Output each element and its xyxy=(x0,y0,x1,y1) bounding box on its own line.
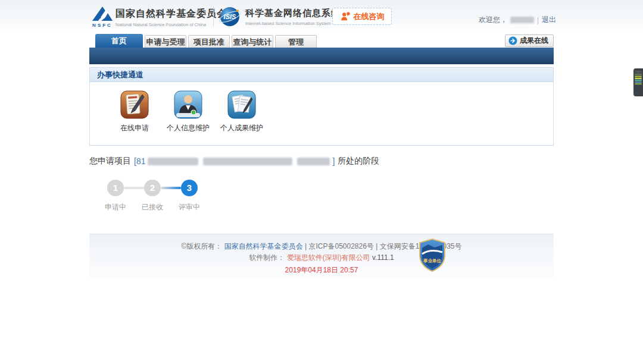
badge-label: 事业单位 xyxy=(423,258,442,263)
main-content: 办事快捷通道 xyxy=(89,67,554,216)
step-label-applying: 申请中 xyxy=(98,202,133,212)
footer-sep-2: | xyxy=(376,242,377,250)
header-divider xyxy=(213,7,214,26)
quick-access-body: 在线申请 个人信息维护 xyxy=(90,82,553,133)
footer-software-line: 软件制作： 爱瑞思软件(深圳)有限公司 v.111.1 xyxy=(89,252,554,263)
step-connector-2-3 xyxy=(161,187,181,189)
footer: ©版权所有： 国家自然科学基金委员会 | 京ICP备05002826号 | 文保… xyxy=(89,234,554,280)
nsfc-title: 国家自然科学基金委员会 xyxy=(116,8,227,20)
project-name-redacted xyxy=(203,158,292,165)
quick-item-online-apply[interactable]: 在线申请 xyxy=(108,90,161,133)
quick-access-panel: 办事快捷通道 xyxy=(89,67,554,146)
step-circle-3-active: 3 xyxy=(181,180,198,196)
quick-item-personal-results[interactable]: 个人成果维护 xyxy=(215,90,269,133)
footer-datetime: 2019年04月18日 20:57 xyxy=(89,265,554,276)
step-circle-1: 1 xyxy=(107,180,124,196)
online-consult-button[interactable]: 在线咨询 xyxy=(332,8,392,25)
welcome-separator: | xyxy=(537,16,539,24)
consult-person-icon xyxy=(340,11,351,22)
step-label-reviewing: 评审中 xyxy=(171,202,207,212)
step-connector-1-2 xyxy=(124,187,144,189)
footer-copyright-line: ©版权所有： 国家自然科学基金委员会 | 京ICP备05002826号 | 文保… xyxy=(89,241,554,252)
tab-management[interactable]: 管理 xyxy=(275,35,317,48)
step-label-received: 已接收 xyxy=(135,202,170,212)
welcome-bar: 欢迎您， | 退出 xyxy=(479,15,556,25)
main-nav: 首页 申请与受理 项目批准 查询与统计 管理 xyxy=(95,34,319,48)
isis-title: 科学基金网络信息系统 xyxy=(245,8,341,19)
quick-item-personal-info[interactable]: 个人信息维护 xyxy=(161,90,215,133)
quick-access-title: 办事快捷通道 xyxy=(90,68,553,82)
quick-item-label: 个人信息维护 xyxy=(167,123,210,133)
project-id-start: [81 xyxy=(134,156,145,166)
project-id-redacted xyxy=(148,158,198,165)
tab-project-approval[interactable]: 项目批准 xyxy=(188,35,230,48)
nsfc-subtitle: National Natural Science Foundation of C… xyxy=(116,22,227,27)
nsfc-logo-icon: NSFC xyxy=(90,6,114,29)
footer-version: v.111.1 xyxy=(372,253,394,262)
results-online-label: 成果在线 xyxy=(520,36,548,46)
svg-text:NSFC: NSFC xyxy=(92,23,113,28)
svg-text:ISIS: ISIS xyxy=(224,13,236,20)
tab-query-statistics[interactable]: 查询与统计 xyxy=(232,35,273,48)
tab-application-acceptance[interactable]: 申请与受理 xyxy=(145,35,186,48)
isis-subtitle: Internet-based Science Information Syste… xyxy=(245,21,341,26)
online-apply-icon xyxy=(120,90,149,119)
quick-item-label: 个人成果维护 xyxy=(220,123,263,133)
software-prefix: 软件制作： xyxy=(249,253,285,262)
tab-home[interactable]: 首页 xyxy=(95,34,143,48)
nsfc-brand: 国家自然科学基金委员会 National Natural Science Fou… xyxy=(116,8,227,27)
arrow-circle-icon xyxy=(508,36,517,45)
progress-steps: 1 2 3 申请中 已接收 评审中 xyxy=(89,180,554,216)
header: NSFC 国家自然科学基金委员会 National Natural Scienc… xyxy=(0,0,643,33)
footer-org-link[interactable]: 国家自然科学基金委员会 xyxy=(224,242,303,250)
isis-brand: 科学基金网络信息系统 Internet-based Science Inform… xyxy=(245,8,341,26)
footer-icp: 京ICP备05002826号 xyxy=(308,242,373,250)
consult-label: 在线咨询 xyxy=(354,11,385,22)
logout-link[interactable]: 退出 xyxy=(542,15,556,25)
side-panel-widget[interactable] xyxy=(633,68,643,96)
banner-bar xyxy=(89,48,554,64)
step-circle-2: 2 xyxy=(144,180,161,196)
footer-company: 爱瑞思软件(深圳)有限公司 xyxy=(287,253,370,262)
page: NSFC 国家自然科学基金委员会 National Natural Scienc… xyxy=(0,0,643,364)
copyright-prefix: ©版权所有： xyxy=(181,242,222,250)
stage-label-prefix: 您申请项目 xyxy=(89,156,131,167)
personal-info-icon xyxy=(174,90,202,119)
stage-label-suffix: 所处的阶段 xyxy=(338,156,379,167)
project-extra-redacted xyxy=(297,158,330,165)
results-online-button[interactable]: 成果在线 xyxy=(505,34,554,47)
project-bracket-close: ] xyxy=(332,156,335,166)
project-stage-title: 您申请项目 [81 ] 所处的阶段 xyxy=(89,156,554,167)
institution-badge-icon: 事业单位 xyxy=(418,239,447,272)
quick-item-label: 在线申请 xyxy=(120,123,149,133)
footer-sep-1: | xyxy=(305,242,307,250)
personal-results-icon xyxy=(227,90,256,119)
isis-logo-icon: ISIS xyxy=(219,6,241,27)
username-redacted xyxy=(510,17,534,23)
project-stage-section: 您申请项目 [81 ] 所处的阶段 1 2 3 申请中 已接收 评审中 xyxy=(89,156,554,216)
welcome-prefix: 欢迎您， xyxy=(479,15,507,25)
